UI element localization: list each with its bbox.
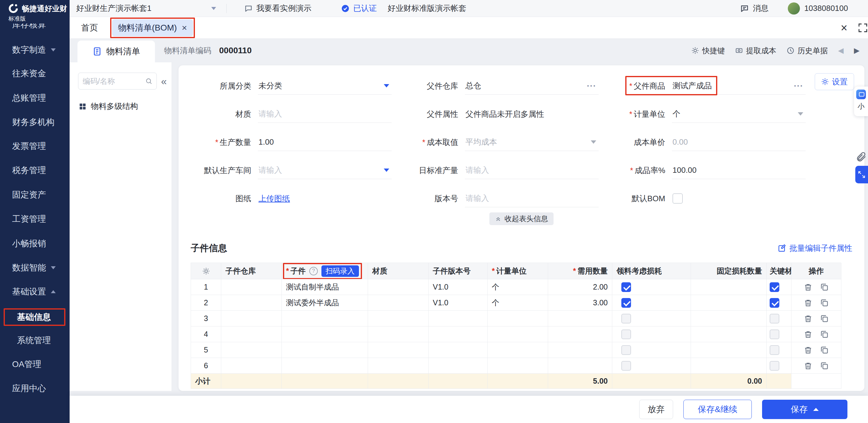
copy-icon[interactable] <box>820 361 829 370</box>
delete-icon[interactable] <box>804 298 813 307</box>
cell-qty[interactable] <box>548 326 612 342</box>
loss-checkbox[interactable] <box>621 314 631 323</box>
cell-qty[interactable] <box>548 358 612 374</box>
copy-icon[interactable] <box>820 283 829 292</box>
tree-item-material-structure[interactable]: 物料多级结构 <box>70 101 172 112</box>
cell-warehouse[interactable] <box>221 342 282 358</box>
sidebar-item-basic-settings[interactable]: 基础设置 <box>0 283 70 300</box>
copy-icon[interactable] <box>820 298 829 307</box>
cell-material[interactable] <box>368 358 429 374</box>
cell-fixed-loss[interactable] <box>691 358 767 374</box>
copy-icon[interactable] <box>820 330 829 339</box>
save-button[interactable]: 保存 <box>762 400 847 419</box>
delete-icon[interactable] <box>804 346 813 355</box>
sidebar-item-payroll[interactable]: 工资管理 <box>0 210 70 228</box>
cell-unit[interactable]: 个 <box>488 279 548 295</box>
next-arrow[interactable]: ▶ <box>854 46 860 55</box>
loss-checkbox[interactable] <box>621 282 631 292</box>
doc-tab[interactable]: 物料清单 <box>78 40 155 62</box>
key-material-checkbox[interactable] <box>770 282 779 292</box>
cell-version[interactable] <box>429 358 488 374</box>
cell-warehouse[interactable] <box>221 279 282 295</box>
gear-icon[interactable] <box>202 267 210 275</box>
cell-version[interactable]: V1.0 <box>429 295 488 311</box>
cell-material[interactable] <box>368 295 429 311</box>
cell-subitem[interactable] <box>282 358 368 374</box>
collapse-panel-icon[interactable]: « <box>161 76 167 86</box>
expand-widget[interactable] <box>855 166 868 183</box>
cell-version[interactable] <box>429 311 488 326</box>
yield-input[interactable]: 100.00 <box>672 162 806 179</box>
cell-unit[interactable]: 个 <box>488 295 548 311</box>
sidebar-item-data-intelligence[interactable]: 数据智能 <box>0 259 70 276</box>
cell-material[interactable] <box>368 311 429 326</box>
workshop-select[interactable]: 请输入 <box>258 162 392 179</box>
history-docs-button[interactable]: 历史单据 <box>786 46 828 56</box>
copy-icon[interactable] <box>820 346 829 355</box>
cell-version[interactable] <box>429 326 488 342</box>
loss-checkbox[interactable] <box>621 345 631 355</box>
extract-cost-button[interactable]: 提取成本 <box>735 46 776 56</box>
close-all-icon[interactable]: × <box>841 22 847 34</box>
prev-arrow[interactable]: ◀ <box>838 46 843 55</box>
cell-material[interactable] <box>368 342 429 358</box>
cell-fixed-loss[interactable] <box>691 295 767 311</box>
sidebar-item-invoice-management[interactable]: 发票管理 <box>0 137 70 155</box>
cell-material[interactable] <box>368 279 429 295</box>
cell-warehouse[interactable] <box>221 326 282 342</box>
assistant-widget[interactable]: 小 <box>854 87 868 116</box>
parent-warehouse-picker[interactable]: 总仓 <box>465 77 599 95</box>
sidebar-item-general-ledger[interactable]: 总账管理 <box>0 89 70 107</box>
sidebar-item-tax-management[interactable]: 税务管理 <box>0 162 70 179</box>
cell-fixed-loss[interactable] <box>691 326 767 342</box>
collapse-header-button[interactable]: 收起表头信息 <box>489 213 554 225</box>
cell-version[interactable] <box>429 342 488 358</box>
loss-checkbox[interactable] <box>621 361 631 371</box>
search-input[interactable] <box>83 77 145 86</box>
sidebar-item-digital-manufacturing[interactable]: 数字制造 <box>0 41 70 59</box>
cell-unit[interactable] <box>488 326 548 342</box>
scan-entry-button[interactable]: 扫码录入 <box>321 265 359 277</box>
cell-warehouse[interactable] <box>221 358 282 374</box>
save-continue-button[interactable]: 保存&继续 <box>683 400 752 419</box>
cell-subitem[interactable] <box>282 326 368 342</box>
cell-warehouse[interactable] <box>221 295 282 311</box>
delete-icon[interactable] <box>804 314 813 323</box>
sidebar-item-fixed-assets[interactable]: 固定资产 <box>0 186 70 204</box>
loss-checkbox[interactable] <box>621 329 631 339</box>
cell-version[interactable]: V1.0 <box>429 279 488 295</box>
copy-icon[interactable] <box>820 314 829 323</box>
ellipsis-icon[interactable] <box>794 81 803 91</box>
parent-item-picker[interactable]: 测试产成品 <box>672 77 806 95</box>
cell-qty[interactable] <box>548 311 612 326</box>
sidebar-item-expense-reimbursement[interactable]: 小畅报销 <box>0 235 70 252</box>
loss-checkbox[interactable] <box>621 298 631 308</box>
demo-link[interactable]: 我要看实例演示 <box>244 3 311 13</box>
batch-edit-button[interactable]: 批量编辑子件属性 <box>778 243 852 254</box>
cell-unit[interactable] <box>488 311 548 326</box>
upload-drawing-link[interactable]: 上传图纸 <box>258 193 290 204</box>
sidebar-item-multi-org-finance[interactable]: 财务多机构 <box>0 113 70 131</box>
tab-home[interactable]: 首页 <box>81 22 98 34</box>
cell-material[interactable] <box>368 326 429 342</box>
help-icon[interactable] <box>309 267 318 275</box>
material-input[interactable]: 请输入 <box>258 105 392 123</box>
sidebar-item-current-funds[interactable]: 往来资金 <box>0 65 70 82</box>
ellipsis-icon[interactable] <box>587 81 596 91</box>
cell-unit[interactable] <box>488 342 548 358</box>
daily-output-input[interactable]: 请输入 <box>465 162 599 179</box>
delete-icon[interactable] <box>804 330 813 339</box>
key-material-checkbox[interactable] <box>770 329 779 339</box>
cell-unit[interactable] <box>488 358 548 374</box>
cell-qty[interactable]: 2.00 <box>548 279 612 295</box>
key-material-checkbox[interactable] <box>770 345 779 355</box>
cell-fixed-loss[interactable] <box>691 342 767 358</box>
settings-button[interactable]: 设置 <box>815 73 854 90</box>
sidebar-item-basic-info[interactable]: 基础信息 <box>0 308 70 326</box>
key-material-checkbox[interactable] <box>770 314 779 323</box>
cell-qty[interactable]: 3.00 <box>548 295 612 311</box>
key-material-checkbox[interactable] <box>770 361 779 371</box>
cell-qty[interactable] <box>548 342 612 358</box>
messages-button[interactable]: 消息 <box>740 3 768 13</box>
default-bom-checkbox[interactable] <box>673 193 683 204</box>
